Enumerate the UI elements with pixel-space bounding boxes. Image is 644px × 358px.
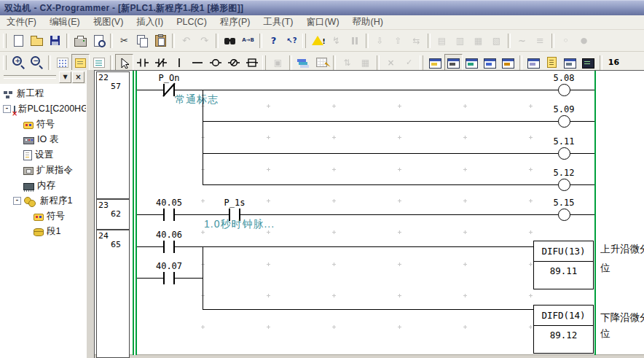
- run-mode-button[interactable]: ▧: [487, 32, 506, 50]
- program1-icon: [24, 197, 31, 204]
- function-block[interactable]: DIFD(14)89.12: [533, 305, 594, 354]
- command-window-button[interactable]: [579, 54, 597, 71]
- debug-mode-button[interactable]: ▥: [451, 32, 469, 50]
- update-symbol-button[interactable]: ▦: [356, 54, 374, 71]
- transfer-from-plc-button[interactable]: ⇧: [389, 32, 407, 50]
- new-file-button[interactable]: [9, 32, 28, 50]
- properties-window-button[interactable]: [499, 54, 517, 71]
- menu-item-tools[interactable]: 工具(T): [256, 15, 299, 30]
- output-window-button[interactable]: [444, 54, 463, 71]
- paste-button[interactable]: [152, 32, 170, 50]
- help-button[interactable]: ?: [264, 32, 283, 50]
- menu-item-plc[interactable]: PLC(C): [170, 16, 213, 28]
- find-button[interactable]: [221, 32, 239, 50]
- cross-reference-report-button[interactable]: [525, 54, 543, 71]
- menu-item-window[interactable]: 窗口(W): [299, 15, 345, 30]
- menu-item-help[interactable]: 帮助(H): [346, 15, 390, 30]
- toolbar-grip[interactable]: [4, 75, 56, 79]
- open-button[interactable]: [28, 32, 46, 50]
- coil[interactable]: [558, 84, 570, 96]
- address-comment-icon: [297, 59, 306, 62]
- register-symbol-button[interactable]: ⇅: [338, 54, 356, 71]
- menu-item-insert[interactable]: 插入(I): [130, 15, 170, 30]
- address-reference-tool-button[interactable]: [543, 54, 561, 71]
- new-contact-tool-button[interactable]: [133, 54, 152, 71]
- tree-item-memory[interactable]: 内存: [0, 178, 86, 193]
- transfer-to-plc-button[interactable]: ⇩: [371, 32, 389, 50]
- compile-button[interactable]: [309, 32, 327, 50]
- vertical-line-tool-button[interactable]: [170, 54, 188, 71]
- data-trace-button[interactable]: ●: [575, 32, 593, 50]
- redo-button[interactable]: ↷: [195, 32, 213, 50]
- tree-item-expansion-instructions[interactable]: 扩展指令: [0, 163, 86, 178]
- zoom-out-button[interactable]: −: [28, 54, 46, 71]
- comment-window-button[interactable]: [561, 54, 579, 71]
- check-button[interactable]: ✓: [400, 54, 418, 71]
- comment-edit-button[interactable]: [313, 54, 331, 71]
- program-mode-button[interactable]: ▤: [433, 32, 451, 50]
- command-window-icon: [582, 58, 594, 69]
- tree-item-section1[interactable]: 段1: [0, 224, 86, 239]
- tree-item-label: 内存: [37, 179, 55, 192]
- watch-window-button[interactable]: [463, 54, 481, 71]
- tree-item-io-table[interactable]: IO 表: [0, 132, 86, 147]
- monitor-data-button[interactable]: [90, 54, 108, 71]
- time-chart-monitor-button[interactable]: ≡: [531, 32, 549, 50]
- tree-item-settings[interactable]: 设置: [0, 147, 86, 163]
- tree-item-workspace[interactable]: 新工程: [0, 86, 86, 101]
- hex-monitor-button[interactable]: 16: [605, 54, 623, 71]
- collapse-panel-button[interactable]: ▼: [59, 71, 71, 83]
- menu-item-edit[interactable]: 编辑(E): [43, 15, 87, 30]
- run-mode-icon: ▧: [492, 36, 500, 45]
- save-button[interactable]: [46, 32, 64, 50]
- horizontal-line-tool-button[interactable]: [188, 54, 206, 71]
- work-online-button[interactable]: ↯: [327, 32, 345, 50]
- reference-window-button[interactable]: [481, 54, 499, 71]
- new-instruction-tool-button[interactable]: [243, 54, 261, 71]
- coil[interactable]: [558, 115, 570, 128]
- horizontal-scrollbar[interactable]: [95, 354, 644, 358]
- new-closed-contact-tool-button[interactable]: [152, 54, 170, 71]
- menu-item-file[interactable]: 文件(F): [0, 15, 43, 30]
- force-status-button[interactable]: ~: [513, 32, 531, 50]
- differential-monitor-button[interactable]: ◦: [557, 32, 575, 50]
- tree-item-plc1[interactable]: -新PLC1[C200HG: [0, 101, 86, 117]
- cut-button[interactable]: ✂: [115, 32, 133, 50]
- address-comment-button[interactable]: [294, 54, 313, 71]
- select-tool-button[interactable]: [115, 54, 133, 71]
- print-preview-button[interactable]: [90, 32, 108, 50]
- rung-comment-button[interactable]: [71, 54, 90, 71]
- undo-button[interactable]: ↶: [177, 32, 195, 50]
- compare-with-plc-button[interactable]: ⇆: [407, 32, 425, 50]
- coil[interactable]: [558, 209, 570, 221]
- grid-toggle-button[interactable]: [53, 54, 71, 71]
- tree-item-program1-symbols[interactable]: 符号: [0, 209, 86, 224]
- new-coil-tool-button[interactable]: [206, 54, 224, 71]
- context-help-button[interactable]: ↖?: [283, 32, 301, 50]
- invert-button[interactable]: ▣: [269, 54, 287, 71]
- menu-item-program[interactable]: 程序(P): [213, 15, 257, 30]
- zoom-in-button[interactable]: +: [9, 54, 28, 71]
- grid-dot: [463, 168, 467, 171]
- rung-step-number: 62: [96, 209, 121, 219]
- expander-icon[interactable]: -: [3, 105, 11, 113]
- coil[interactable]: [558, 147, 570, 160]
- grid-dot: [463, 199, 467, 203]
- uncheck-button[interactable]: ×: [382, 54, 400, 71]
- expander-icon[interactable]: -: [13, 197, 21, 205]
- coil[interactable]: [558, 179, 570, 191]
- function-block[interactable]: DIFU(13)89.11: [533, 241, 594, 289]
- replace-button[interactable]: A→B: [239, 32, 257, 50]
- close-panel-button[interactable]: ×: [72, 71, 85, 83]
- menu-item-view[interactable]: 视图(V): [87, 15, 130, 30]
- workspace-window-button[interactable]: [426, 54, 444, 71]
- tree-item-program1[interactable]: -新程序1: [0, 193, 86, 209]
- monitor-mode-button[interactable]: ▦: [469, 32, 487, 50]
- window-title: 双边机 - CX-Programmer - [新PLC1.新程序1.段1 [梯形…: [0, 2, 243, 15]
- copy-button[interactable]: [133, 32, 152, 50]
- new-closed-coil-tool-button[interactable]: [224, 54, 243, 71]
- pause-monitoring-button[interactable]: [345, 32, 364, 50]
- print-button[interactable]: [71, 32, 90, 50]
- tree-item-symbols[interactable]: 符号: [0, 117, 86, 132]
- save-icon: [50, 36, 60, 45]
